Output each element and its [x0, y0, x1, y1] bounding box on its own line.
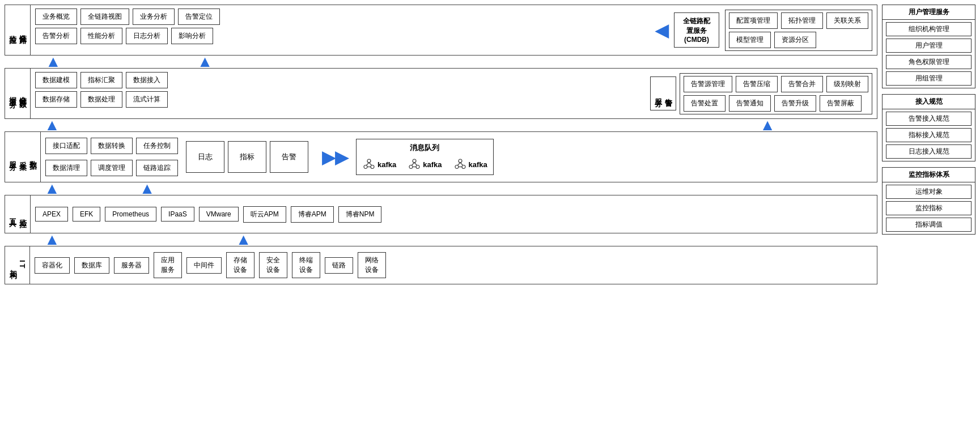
um-yonghu[interactable]: 用户管理: [886, 39, 971, 53]
right-access-spec: 接入规范 告警接入规范 指标接入规范 日志接入规范: [882, 94, 975, 161]
svg-point-0: [367, 159, 371, 163]
jiankon-yingxiangfenxi[interactable]: 影响分析: [171, 28, 213, 44]
row-jiankon: 全链路 监控 业务概览 全链路视图 业务分析 告警定位 告警分析 性能分析 日志…: [5, 5, 877, 56]
kafka-row: kafka kafka: [362, 157, 487, 171]
as-zhibiaoguifan[interactable]: 指标接入规范: [886, 128, 971, 142]
ds-jianmo[interactable]: 数据建模: [35, 72, 77, 88]
svg-line-4: [369, 163, 372, 165]
tool-efk[interactable]: EFK: [73, 207, 100, 222]
svg-line-3: [367, 163, 370, 165]
mi-yunwei[interactable]: 运维对象: [886, 185, 971, 199]
right-user-mgmt: 用户管理服务 组织机构管理 用户管理 角色权限管理 用组管理: [882, 5, 975, 88]
tool-borui-apm[interactable]: 博睿APM: [291, 206, 334, 223]
alert-svc-label: 告警服务: [650, 76, 676, 110]
data-svc-right: 告警服务 告警源管理 告警压缩 告警合并 级别映射 告警处置 告警: [171, 72, 872, 115]
it-anquan[interactable]: 安全设备: [259, 252, 287, 278]
mi-jiankon[interactable]: 监控指标: [886, 201, 971, 215]
cmdb-ziyuan[interactable]: 资源分区: [774, 32, 816, 48]
tool-tingyun[interactable]: 听云APM: [243, 206, 286, 223]
jiankon-yewugailan[interactable]: 业务概览: [35, 8, 77, 25]
box-rizhi[interactable]: 日志: [186, 141, 224, 173]
right-panel: 用户管理服务 组织机构管理 用户管理 角色权限管理 用组管理 接入规范 告警接入…: [882, 5, 975, 442]
cs-datatransfer[interactable]: 数据转换: [91, 138, 133, 154]
jiankon-row2: 告警分析 性能分析 日志分析 影响分析: [35, 28, 220, 44]
as-tongzhi[interactable]: 告警通知: [729, 95, 771, 112]
cs-jiekoushipei[interactable]: 接口适配: [45, 138, 87, 154]
as-hebing[interactable]: 告警合并: [781, 76, 823, 92]
as-rizhiguifan[interactable]: 日志接入规范: [886, 144, 971, 159]
box-zhibiao[interactable]: 指标: [228, 141, 266, 173]
row-label-it: IT架构: [5, 246, 30, 284]
box-gaojing[interactable]: 告警: [270, 141, 308, 173]
cs-diaodu[interactable]: 调度管理: [91, 160, 133, 176]
ds-dataprocessing[interactable]: 数据处理: [80, 91, 122, 108]
as-shengji[interactable]: 告警升级: [774, 95, 816, 112]
it-body: 容器化 数据库 服务器 应用服务 中间件 存储设备 安全设备 终端设备 链路 网…: [30, 246, 877, 284]
it-rongqihua[interactable]: 容器化: [35, 257, 70, 274]
it-yingyong[interactable]: 应用服务: [154, 252, 182, 278]
jiankon-quanlianlushitu[interactable]: 全链路视图: [80, 8, 129, 25]
um-juese[interactable]: 角色权限管理: [886, 55, 971, 69]
it-wangluo[interactable]: 网络设备: [358, 252, 386, 278]
cmdb-arrow-left: ◀: [655, 20, 668, 40]
jiankon-gaojingdingwei[interactable]: 告警定位: [178, 8, 220, 25]
ds-jierudata[interactable]: 数据接入: [126, 72, 168, 88]
it-lianluo[interactable]: 链路: [325, 257, 353, 274]
tools-body: APEX EFK Prometheus IPaaS VMware 听云APM 博…: [31, 195, 877, 233]
um-zuzhi[interactable]: 组织机构管理: [886, 22, 971, 36]
collect-type-boxes: 日志 指标 告警: [186, 141, 308, 173]
right-monitor-index: 监控指标体系 运维对象 监控指标 指标调值: [882, 167, 975, 235]
jiankon-rizhifenxi[interactable]: 日志分析: [126, 28, 168, 44]
jiankon-gaojingfenxi[interactable]: 告警分析: [35, 28, 77, 44]
as-yasuo[interactable]: 告警压缩: [736, 76, 778, 92]
cmdb-peizhi[interactable]: 配置项管理: [729, 12, 778, 29]
svg-point-2: [371, 165, 374, 169]
cs-lianluzhuizong[interactable]: 链路追踪: [136, 160, 178, 176]
as-gaojingguifan[interactable]: 告警接入规范: [886, 112, 971, 126]
um-yongzu[interactable]: 用组管理: [886, 71, 971, 86]
collect-body: 接口适配 数据转换 任务控制 数据清理 调度管理 链路追踪 日志 指标 告警: [41, 132, 877, 182]
jiankon-yewufenxi[interactable]: 业务分析: [133, 8, 175, 25]
cs-renwu[interactable]: 任务控制: [136, 138, 178, 154]
tool-ipaas[interactable]: IPaaS: [161, 207, 194, 222]
as-pingbi[interactable]: 告警屏蔽: [820, 95, 862, 112]
row-monitor-tools: 监控工具 APEX EFK Prometheus IPaaS VMware 听云…: [5, 195, 877, 233]
access-spec-items: 告警接入规范 指标接入规范 日志接入规范: [883, 109, 975, 161]
it-fuwuqi[interactable]: 服务器: [114, 257, 149, 274]
jiankon-row1: 业务概览 全链路视图 业务分析 告警定位: [35, 8, 220, 25]
as-jibie[interactable]: 级别映射: [826, 76, 868, 92]
user-mgmt-items: 组织机构管理 用户管理 角色权限管理 用组管理: [883, 20, 975, 88]
as-yuanguanli[interactable]: 告警源管理: [684, 76, 732, 92]
it-shujuku[interactable]: 数据库: [74, 257, 109, 274]
cmdb-items-group: 配置项管理 拓扑管理 关联关系 模型管理 资源分区: [725, 10, 872, 51]
row-label-jiankon: 全链路 监控: [5, 5, 31, 55]
kafka-item-1: kafka: [362, 157, 396, 171]
as-chuzhi[interactable]: 告警处置: [684, 95, 726, 112]
arrow-right-to-mq: ▶▶: [322, 147, 348, 167]
tool-vmware[interactable]: VMware: [199, 207, 239, 222]
it-cunchu[interactable]: 存储设备: [226, 252, 254, 278]
ds-zhibiao[interactable]: 指标汇聚: [80, 72, 122, 88]
ds-liushi[interactable]: 流式计算: [126, 91, 168, 108]
collect-items: 接口适配 数据转换 任务控制 数据清理 调度管理 链路追踪: [45, 138, 178, 176]
mi-zhibiaodiaozhi[interactable]: 指标调值: [886, 218, 971, 232]
it-zhongjianJian[interactable]: 中间件: [186, 257, 222, 274]
jiankon-items: 业务概览 全链路视图 业务分析 告警定位 告警分析 性能分析 日志分析 影响分析: [35, 8, 220, 52]
it-zhongduan[interactable]: 终端设备: [292, 252, 320, 278]
tool-borui-npm[interactable]: 博睿NPM: [338, 206, 382, 223]
tool-apex[interactable]: APEX: [35, 207, 68, 222]
row-data-collect: 数据采集服务 接口适配 数据转换 任务控制 数据清理 调度管理 链路追踪: [5, 131, 877, 182]
center-diagram: 全链路 监控 业务概览 全链路视图 业务分析 告警定位 告警分析 性能分析 日志…: [5, 5, 877, 442]
cmdb-moxing[interactable]: 模型管理: [729, 32, 771, 48]
svg-point-14: [462, 165, 465, 169]
cmdb-guanlian[interactable]: 关联关系: [826, 12, 868, 29]
ds-cundatachu[interactable]: 数据存储: [35, 91, 77, 108]
arrow-row-1-2: ▲ ▲: [5, 56, 877, 68]
cmdb-label-box[interactable]: 全链路配 置服务 (CMDB): [674, 12, 719, 48]
svg-line-10: [414, 163, 417, 165]
tool-prometheus[interactable]: Prometheus: [105, 207, 156, 222]
cs-dataqing[interactable]: 数据清理: [45, 160, 87, 176]
jiankon-xingnengfenxi[interactable]: 性能分析: [80, 28, 122, 44]
cmdb-tuopu[interactable]: 拓扑管理: [781, 12, 823, 29]
jiankon-right-area: ◀ 全链路配 置服务 (CMDB) 配置项管理 拓扑管理 关联关系: [283, 8, 872, 52]
